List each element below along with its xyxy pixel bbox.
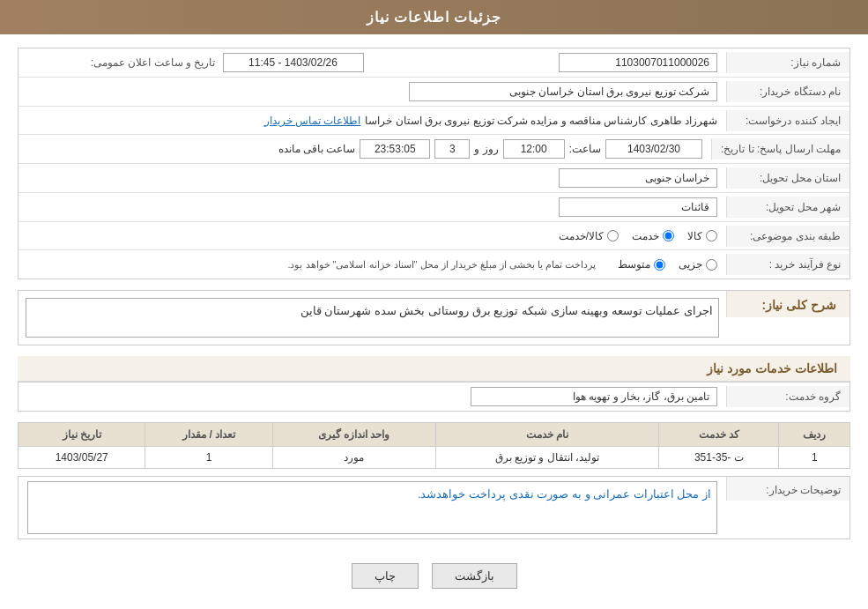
creator-label: ایجاد کننده درخواست:: [726, 110, 849, 131]
service-group-box: تامین برق، گاز، بخار و تهویه هوا: [471, 387, 717, 406]
reply-deadline-label: مهلت ارسال پاسخ: تا تاریخ:: [711, 138, 849, 160]
announce-datetime-label: تاریخ و ساعت اعلان عمومی:: [91, 56, 216, 69]
service-group-label: گروه خدمت:: [726, 386, 849, 407]
radio-jozei-label: جزیی: [679, 258, 702, 271]
cell-date: 1403/05/27: [19, 447, 145, 469]
buyer-notes-text: از محل اعتبارات عمرانی و به صورت نقدی پر…: [418, 487, 711, 501]
description-box: اجرای عملیات توسعه وبهینه سازی شبکه توزی…: [26, 298, 719, 338]
category-label: طبقه بندی موضوعی:: [726, 226, 849, 247]
footer-buttons: بازگشت چاپ: [18, 550, 850, 602]
radio-item-jozei[interactable]: جزیی: [679, 258, 717, 271]
col-service-name: نام خدمت: [435, 423, 659, 447]
reply-deadline-value: 1403/02/30 ساعت: 12:00 روز و 3 23:53:05 …: [19, 135, 711, 163]
print-button[interactable]: چاپ: [352, 563, 419, 589]
delivery-province-value: خراسان جنوبی: [19, 164, 726, 192]
purchase-type-label: نوع فرآیند خرید :: [726, 254, 849, 275]
services-table-section: ردیف کد خدمت نام خدمت واحد اندازه گیری ت…: [18, 422, 850, 469]
radio-kala[interactable]: [706, 230, 717, 241]
row-delivery-city: شهر محل تحویل: قائنات: [19, 193, 849, 222]
table-header: ردیف کد خدمت نام خدمت واحد اندازه گیری ت…: [19, 423, 850, 447]
buyer-name-label: نام دستگاه خریدار:: [726, 81, 849, 102]
announce-datetime-value: 1403/02/26 - 11:45 تاریخ و ساعت اعلان عم…: [19, 48, 373, 77]
reply-remaining-label: ساعت باقی مانده: [278, 143, 356, 155]
delivery-province-label: استان محل تحویل:: [726, 167, 849, 189]
col-row-num: ردیف: [779, 423, 850, 447]
reply-time-box: 12:00: [503, 139, 565, 159]
category-radio-group: کالا خدمت کالا/خدمت: [19, 226, 726, 247]
radio-item-kala-khedmat[interactable]: کالا/خدمت: [559, 230, 619, 242]
reply-time-label: ساعت:: [569, 143, 601, 155]
table-header-row: ردیف کد خدمت نام خدمت واحد اندازه گیری ت…: [19, 423, 850, 447]
row-category: طبقه بندی موضوعی: کالا خدمت: [19, 222, 849, 250]
col-quantity: تعداد / مقدار: [145, 423, 272, 447]
radio-item-khedmat[interactable]: خدمت: [632, 230, 674, 242]
radio-item-kala[interactable]: کالا: [687, 230, 717, 242]
radio-jozei[interactable]: [706, 259, 717, 271]
reply-date-box: 1403/02/30: [605, 139, 702, 159]
reply-remaining-box: 23:53:05: [360, 139, 430, 159]
table-body: 1 ت -35-351 تولید، انتقال و توزیع برق مو…: [19, 447, 850, 469]
cell-row-num: 1: [779, 447, 850, 469]
row-reply-deadline: مهلت ارسال پاسخ: تا تاریخ: 1403/02/30 سا…: [19, 135, 849, 164]
page-title: جزئیات اطلاعات نیاز: [367, 10, 502, 25]
col-date: تاریخ نیاز: [19, 423, 145, 447]
buyer-notes-value-area: از محل اعتبارات عمرانی و به صورت نقدی پر…: [19, 477, 726, 538]
content-area: شماره نیاز: 1103007011000026 1403/02/26 …: [0, 34, 868, 609]
buyer-notes-label: توضیحات خریدار:: [726, 477, 849, 501]
buyer-notes-box: از محل اعتبارات عمرانی و به صورت نقدی پر…: [27, 481, 717, 534]
purchase-type-note: پرداخت تمام یا بخشی از مبلغ خریدار از مح…: [287, 259, 596, 271]
radio-khedmat-label: خدمت: [632, 230, 659, 242]
table-row: 1 ت -35-351 تولید، انتقال و توزیع برق مو…: [19, 447, 850, 469]
service-info-header: اطلاعات خدمات مورد نیاز: [18, 356, 850, 382]
description-value-area: اجرای عملیات توسعه وبهینه سازی شبکه توزی…: [19, 291, 726, 345]
purchase-type-value: جزیی متوسط پرداخت تمام یا بخشی از مبلغ خ…: [19, 254, 726, 275]
radio-kala-khedmat[interactable]: [607, 230, 619, 241]
radio-kala-khedmat-label: کالا/خدمت: [559, 230, 604, 242]
creator-value-area: شهرزاد طاهری کارشناس مناقصه و مزایده شرک…: [19, 110, 726, 131]
col-unit: واحد اندازه گیری: [272, 423, 435, 447]
description-row: شرح کلی نیاز: اجرای عملیات توسعه وبهینه …: [19, 291, 849, 345]
description-section: شرح کلی نیاز: اجرای عملیات توسعه وبهینه …: [18, 290, 850, 345]
purchase-type-radios: جزیی متوسط پرداخت تمام یا بخشی از مبلغ خ…: [27, 258, 717, 271]
delivery-city-box: قائنات: [559, 197, 717, 217]
buyer-name-box: شرکت توزیع نیروی برق استان خراسان جنوبی: [409, 82, 717, 101]
cell-service-code: ت -35-351: [659, 447, 779, 469]
cell-unit: مورد: [272, 447, 435, 469]
reply-day-label: روز و: [474, 143, 498, 155]
row-delivery-province: استان محل تحویل: خراسان جنوبی: [19, 164, 849, 193]
service-group-value: تامین برق، گاز، بخار و تهویه هوا: [19, 382, 726, 411]
description-text: اجرای عملیات توسعه وبهینه سازی شبکه توزی…: [300, 304, 713, 317]
delivery-city-value: قائنات: [19, 193, 726, 221]
row-creator: ایجاد کننده درخواست: شهرزاد طاهری کارشنا…: [19, 107, 849, 135]
buyer-notes-row: توضیحات خریدار: از محل اعتبارات عمرانی و…: [19, 477, 849, 538]
row-service-group: گروه خدمت: تامین برق، گاز، بخار و تهویه …: [19, 382, 849, 411]
radio-motavasset[interactable]: [654, 259, 665, 271]
radio-item-motavasset[interactable]: متوسط: [618, 258, 665, 271]
page-header: جزئیات اطلاعات نیاز: [0, 0, 868, 34]
delivery-city-label: شهر محل تحویل:: [726, 197, 849, 218]
need-number-label: شماره نیاز:: [726, 52, 849, 73]
col-service-code: کد خدمت: [659, 423, 779, 447]
page-container: جزئیات اطلاعات نیاز شماره نیاز: 11030070…: [0, 0, 868, 609]
radio-khedmat[interactable]: [663, 230, 674, 241]
radio-motavasset-label: متوسط: [618, 258, 650, 271]
creator-value: شهرزاد طاهری کارشناس مناقصه و مزایده شرک…: [365, 115, 717, 127]
contact-link[interactable]: اطلاعات تماس خریدار: [264, 115, 361, 127]
back-button[interactable]: بازگشت: [432, 563, 517, 589]
service-group-section: گروه خدمت: تامین برق، گاز، بخار و تهویه …: [18, 382, 850, 412]
buyer-name-value: شرکت توزیع نیروی برق استان خراسان جنوبی: [19, 78, 726, 106]
services-table: ردیف کد خدمت نام خدمت واحد اندازه گیری ت…: [18, 422, 850, 469]
cell-service-name: تولید، انتقال و توزیع برق: [435, 447, 659, 469]
delivery-province-box: خراسان جنوبی: [559, 168, 717, 188]
category-radios: کالا خدمت کالا/خدمت: [27, 230, 717, 242]
radio-kala-label: کالا: [687, 230, 702, 242]
buyer-notes-section: توضیحات خریدار: از محل اعتبارات عمرانی و…: [18, 476, 850, 539]
reply-day-box: 3: [434, 139, 470, 159]
need-number-value: 1103007011000026: [373, 48, 727, 77]
need-number-box: 1103007011000026: [559, 53, 717, 72]
row-purchase-type: نوع فرآیند خرید : جزیی متوسط پرداخت تمام…: [19, 250, 849, 279]
main-form-section: شماره نیاز: 1103007011000026 1403/02/26 …: [18, 48, 850, 279]
cell-quantity: 1: [145, 447, 272, 469]
description-label: شرح کلی نیاز:: [726, 291, 849, 317]
row-buyer-name: نام دستگاه خریدار: شرکت توزیع نیروی برق …: [19, 78, 849, 107]
